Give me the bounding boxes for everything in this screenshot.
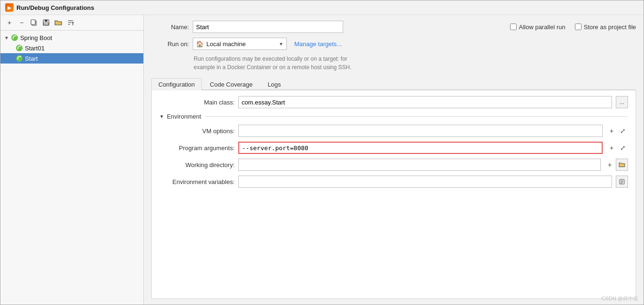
title-bar: ▶ Run/Debug Configurations [0, 0, 644, 15]
main-class-row: Main class: ... [159, 96, 628, 108]
divider-line [206, 116, 628, 117]
dropdown-arrow-icon: ▼ [279, 41, 283, 47]
store-as-project-checkbox[interactable] [575, 24, 581, 30]
environment-arrow-icon: ▼ [159, 114, 164, 119]
spring-boot-group[interactable]: ▼ Spring Boot [0, 32, 143, 43]
vm-options-add-button[interactable]: + [606, 126, 617, 136]
name-row: Name: Allow parallel run Store as projec… [151, 21, 636, 33]
env-vars-buttons [616, 176, 628, 188]
run-on-value: Local machine [206, 40, 246, 48]
svg-point-13 [16, 55, 23, 62]
run-on-row: Run on: 🏠 Local machine ▼ Manage targets… [151, 38, 636, 50]
content-area: Name: Allow parallel run Store as projec… [144, 15, 644, 305]
tab-logs[interactable]: Logs [260, 78, 288, 90]
svg-point-12 [20, 46, 21, 47]
program-args-add-button[interactable]: + [606, 143, 617, 153]
svg-rect-1 [31, 20, 35, 24]
save-icon [42, 19, 50, 26]
store-as-project-label: Store as project file [584, 24, 636, 31]
copy-config-button[interactable] [29, 17, 39, 28]
vm-options-buttons: + ⤢ [606, 126, 628, 136]
env-vars-row: Environment variables: [159, 176, 628, 188]
sidebar-item-label: Start01 [25, 45, 45, 52]
header-checkboxes: Allow parallel run Store as project file [510, 24, 636, 31]
manage-targets-link[interactable]: Manage targets... [294, 40, 342, 48]
svg-rect-4 [44, 23, 48, 25]
start01-icon [16, 44, 23, 52]
folder-open-icon [619, 161, 625, 168]
svg-point-9 [11, 34, 18, 41]
env-vars-input[interactable] [238, 176, 612, 188]
program-args-label: Program arguments: [159, 144, 235, 152]
svg-point-11 [16, 45, 23, 51]
window-title: Run/Debug Configurations [16, 4, 94, 11]
env-vars-label: Environment variables: [159, 178, 235, 185]
sidebar-tree: ▼ Spring Boot [0, 31, 143, 305]
sort-icon [67, 19, 74, 26]
sidebar-item-start01[interactable]: Start01 [0, 43, 143, 53]
start-icon [16, 55, 23, 62]
sidebar-item-start[interactable]: Start [0, 53, 143, 64]
sidebar-toolbar: + − [0, 15, 143, 31]
main-class-browse-button[interactable]: ... [616, 96, 628, 108]
working-dir-label: Working directory: [159, 161, 235, 169]
tabs-row: Configuration Code Coverage Logs [151, 77, 636, 90]
run-debug-window: ▶ Run/Debug Configurations + − [0, 0, 644, 305]
environment-section: ▼ Environment [159, 113, 628, 120]
run-on-label: Run on: [151, 40, 189, 48]
name-label: Name: [151, 24, 189, 31]
working-dir-browse-button[interactable] [616, 159, 628, 171]
sort-button[interactable] [65, 17, 76, 28]
svg-point-10 [15, 35, 16, 36]
spring-boot-icon [11, 34, 18, 41]
allow-parallel-checkbox-item: Allow parallel run [510, 24, 565, 31]
program-args-row: Program arguments: + ⤢ [159, 142, 628, 154]
spring-boot-label: Spring Boot [20, 34, 52, 41]
vm-options-label: VM options: [159, 128, 235, 135]
watermark: CSDN @何中应 [602, 295, 638, 302]
config-panel: Main class: ... ▼ Environment VM options… [151, 90, 636, 299]
svg-rect-3 [45, 20, 47, 22]
folder-icon [55, 19, 62, 26]
allow-parallel-checkbox[interactable] [510, 24, 517, 30]
svg-point-14 [20, 56, 21, 57]
tab-code-coverage[interactable]: Code Coverage [203, 78, 259, 90]
working-dir-input[interactable] [238, 159, 601, 171]
house-icon: 🏠 [196, 40, 204, 48]
tab-configuration[interactable]: Configuration [151, 78, 202, 90]
hint-text: Run configurations may be executed local… [151, 52, 636, 74]
store-as-project-checkbox-item: Store as project file [575, 24, 636, 31]
run-on-dropdown[interactable]: 🏠 Local machine ▼ [193, 38, 287, 50]
sidebar-item-label: Start [25, 55, 38, 62]
allow-parallel-label: Allow parallel run [519, 24, 565, 31]
working-dir-row: Working directory: + [159, 159, 628, 171]
remove-config-button[interactable]: − [16, 17, 27, 28]
program-args-buttons: + ⤢ [606, 143, 628, 153]
app-icon: ▶ [5, 3, 14, 12]
name-input[interactable] [193, 21, 343, 33]
env-vars-browse-button[interactable] [616, 176, 628, 188]
sidebar: + − [0, 15, 144, 305]
main-class-input[interactable] [238, 96, 612, 108]
vm-options-row: VM options: + ⤢ [159, 125, 628, 137]
main-layout: + − [0, 15, 644, 305]
list-icon [619, 178, 625, 185]
save-config-button[interactable] [41, 17, 51, 28]
working-dir-add-button[interactable]: + [605, 160, 615, 170]
working-dir-buttons: + [605, 159, 628, 171]
group-expand-arrow: ▼ [4, 35, 9, 40]
move-config-button[interactable] [53, 17, 63, 28]
vm-options-expand-button[interactable]: ⤢ [618, 126, 628, 136]
copy-icon [30, 19, 38, 26]
add-config-button[interactable]: + [4, 17, 15, 28]
environment-label: Environment [167, 113, 201, 120]
program-args-expand-button[interactable]: ⤢ [618, 143, 628, 153]
main-class-label: Main class: [159, 99, 235, 106]
program-args-input[interactable] [238, 142, 603, 154]
vm-options-input[interactable] [238, 125, 603, 137]
